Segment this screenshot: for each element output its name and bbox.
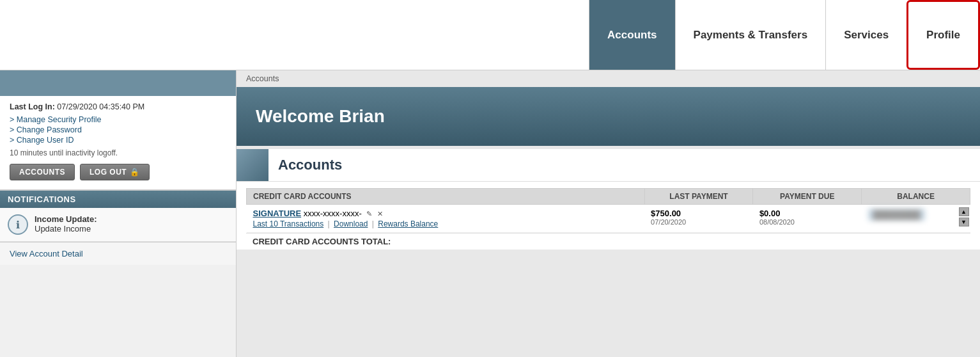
account-name-link[interactable]: SIGNATURE xyxy=(253,209,302,218)
account-number: xxxx-xxxx-xxxx- xyxy=(304,209,362,218)
view-account-detail-link[interactable]: View Account Detail xyxy=(0,242,236,265)
action-buttons: ACCOUNTS LOG OUT 🔒 xyxy=(10,164,226,180)
accounts-title-icon xyxy=(237,149,268,181)
account-cell: SIGNATURE xxxx-xxxx-xxxx- ✎ ✕ Last 10 Tr… xyxy=(247,205,645,233)
logout-button[interactable]: LOG OUT 🔒 xyxy=(80,164,150,180)
lock-icon: 🔒 xyxy=(130,168,140,177)
table-row: SIGNATURE xxxx-xxxx-xxxx- ✎ ✕ Last 10 Tr… xyxy=(247,205,970,233)
credit-card-table: CREDIT CARD ACCOUNTS LAST PAYMENT PAYMEN… xyxy=(246,188,970,233)
inactivity-text: 10 minutes until inactivity logoff. xyxy=(10,148,226,157)
notifications-section: NOTIFICATIONS ℹ Income Update: Update In… xyxy=(0,190,236,242)
account-actions: Last 10 Transactions | Download | Reward… xyxy=(253,219,639,228)
tab-accounts[interactable]: Accounts xyxy=(589,0,674,70)
notification-icon: ℹ xyxy=(8,214,28,235)
tab-profile[interactable]: Profile xyxy=(906,0,980,70)
last-login-text: Last Log In: 07/29/2020 04:35:40 PM xyxy=(10,102,226,111)
scroll-buttons: ▲ ▼ xyxy=(959,207,969,226)
accounts-section-title: Accounts xyxy=(268,150,352,180)
content-area: Accounts Welcome Brian Accounts CREDIT C… xyxy=(237,70,980,357)
scroll-up-button[interactable]: ▲ xyxy=(959,207,969,216)
sidebar: Last Log In: 07/29/2020 04:35:40 PM Mana… xyxy=(0,70,237,357)
credit-card-total-row: CREDIT CARD ACCOUNTS TOTAL: xyxy=(246,233,970,250)
sidebar-info: Last Log In: 07/29/2020 04:35:40 PM Mana… xyxy=(0,96,236,190)
welcome-banner: Welcome Brian xyxy=(237,87,980,146)
top-nav: Accounts Payments & Transfers Services P… xyxy=(0,0,980,70)
delete-icon[interactable]: ✕ xyxy=(377,210,383,218)
col-header-balance: BALANCE xyxy=(862,189,970,205)
change-userid-link[interactable]: Change User ID xyxy=(10,136,226,145)
scroll-down-button[interactable]: ▼ xyxy=(959,218,969,226)
notification-item: ℹ Income Update: Update Income xyxy=(0,208,236,242)
manage-security-link[interactable]: Manage Security Profile xyxy=(10,115,226,124)
download-link[interactable]: Download xyxy=(334,219,368,228)
tab-payments-transfers[interactable]: Payments & Transfers xyxy=(675,0,826,70)
edit-icon[interactable]: ✎ xyxy=(366,210,372,218)
cc-total-label: CREDIT CARD ACCOUNTS TOTAL: xyxy=(253,237,964,246)
notification-text: Income Update: Update Income xyxy=(35,214,97,234)
accounts-title-bar: Accounts xyxy=(237,149,980,182)
balance-value: ████████ xyxy=(868,209,926,221)
last-payment-cell: $750.00 07/20/2020 xyxy=(644,205,753,233)
credit-card-accounts: CREDIT CARD ACCOUNTS LAST PAYMENT PAYMEN… xyxy=(237,182,980,250)
col-header-last-payment: LAST PAYMENT xyxy=(644,189,753,205)
col-header-account: CREDIT CARD ACCOUNTS xyxy=(247,189,645,205)
accounts-button[interactable]: ACCOUNTS xyxy=(10,164,75,180)
main-layout: Last Log In: 07/29/2020 04:35:40 PM Mana… xyxy=(0,70,980,357)
breadcrumb: Accounts xyxy=(237,70,980,87)
tab-services[interactable]: Services xyxy=(825,0,906,70)
last-10-transactions-link[interactable]: Last 10 Transactions xyxy=(253,219,324,228)
col-header-payment-due: PAYMENT DUE xyxy=(753,189,862,205)
balance-cell: ████████ ▲ ▼ xyxy=(862,205,970,233)
accounts-section: Accounts CREDIT CARD ACCOUNTS LAST PAYME… xyxy=(237,149,980,250)
notifications-header: NOTIFICATIONS xyxy=(0,191,236,208)
change-password-link[interactable]: Change Password xyxy=(10,125,226,134)
payment-due-cell: $0.00 08/08/2020 xyxy=(753,205,862,233)
rewards-balance-link[interactable]: Rewards Balance xyxy=(378,219,438,228)
sidebar-user-header xyxy=(0,70,236,96)
